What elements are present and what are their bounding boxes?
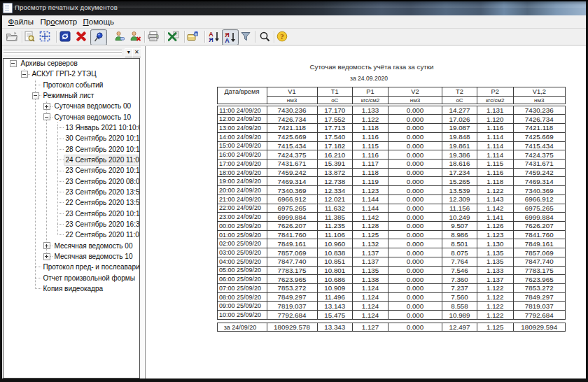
- svg-text:?: ?: [280, 32, 284, 41]
- svg-text:А: А: [225, 37, 230, 43]
- svg-text:Я: Я: [209, 36, 214, 43]
